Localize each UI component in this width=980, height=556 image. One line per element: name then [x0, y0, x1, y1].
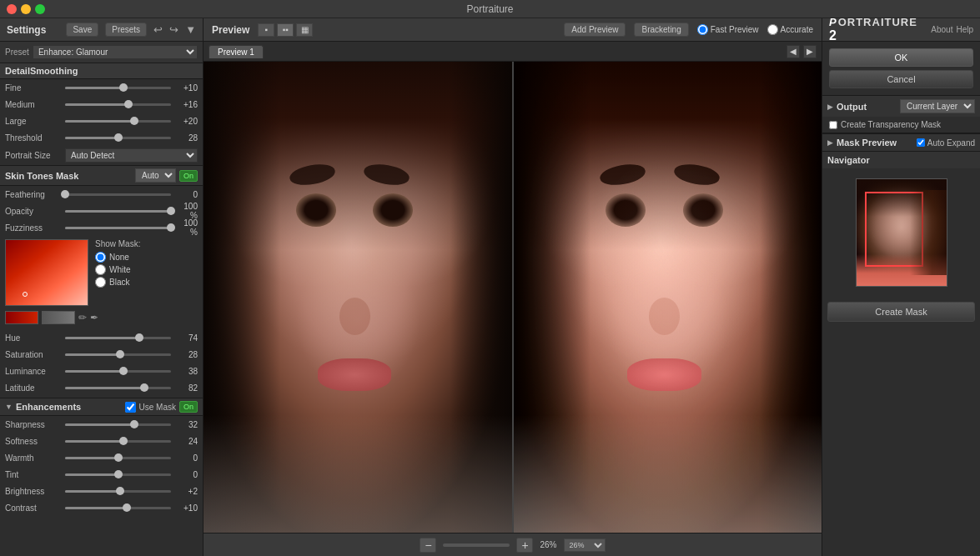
window-title: Portraiture	[466, 3, 513, 15]
mask-preview-arrow[interactable]: ▶	[827, 138, 833, 147]
help-button[interactable]: Help	[956, 25, 973, 34]
close-dot[interactable]	[7, 4, 17, 14]
zoom-in-button[interactable]: +	[516, 538, 533, 553]
warmth-thumb[interactable]	[114, 453, 123, 462]
medium-track	[65, 103, 171, 106]
ok-button[interactable]: OK	[829, 48, 973, 67]
preset-select[interactable]: Enhance: Glamour	[33, 45, 198, 59]
radio-none[interactable]: None	[95, 252, 140, 263]
enhancements-arrow[interactable]: ▼	[5, 403, 13, 411]
create-mask-button[interactable]: Create Mask	[827, 302, 975, 322]
presets-button[interactable]: Presets	[105, 23, 147, 37]
mask-preview-label: Mask Preview	[837, 138, 913, 148]
fuzziness-thumb[interactable]	[167, 223, 175, 232]
saturation-fill	[65, 353, 120, 356]
radio-none-input[interactable]	[95, 252, 106, 263]
eyedropper2-btn[interactable]: ✒	[90, 312, 98, 323]
softness-fill	[65, 440, 123, 443]
feathering-thumb[interactable]	[61, 190, 69, 198]
softness-thumb[interactable]	[119, 437, 128, 445]
latitude-thumb[interactable]	[140, 383, 148, 392]
zoom-out-button[interactable]: −	[420, 538, 436, 553]
fuzziness-label: Fuzziness	[5, 223, 62, 233]
brand-name: PORTRAITURE 2	[829, 18, 924, 43]
fast-preview-radio[interactable]: Fast Preview	[697, 24, 759, 35]
menu-button[interactable]: ▼	[185, 23, 196, 36]
compare-view-btn[interactable]: ▦	[296, 23, 313, 37]
fast-preview-input[interactable]	[697, 24, 708, 35]
fine-thumb[interactable]	[119, 83, 128, 92]
output-mode-select[interactable]: Current Layer New Layer	[900, 99, 975, 113]
slider-row-tint: Tint 0	[0, 466, 203, 483]
threshold-thumb[interactable]	[114, 133, 123, 142]
accurate-input[interactable]	[767, 24, 778, 35]
tab-next-btn[interactable]: ▶	[803, 45, 817, 58]
split-view-btn[interactable]: ▪▪	[277, 23, 294, 37]
latitude-fill	[65, 387, 144, 389]
portrait-size-row: Portrait Size Auto Detect	[0, 146, 203, 165]
slider-row-feathering: Feathering 0	[0, 186, 203, 203]
contrast-thumb[interactable]	[123, 503, 131, 512]
opacity-value: 100 %	[174, 202, 198, 220]
swatch-main[interactable]	[5, 311, 38, 324]
radio-white-input[interactable]	[95, 264, 106, 275]
skin-tones-mode[interactable]: Auto	[135, 168, 176, 183]
opacity-label: Opacity	[5, 207, 62, 216]
bracketing-button[interactable]: Bracketing	[634, 23, 688, 37]
zoom-slider[interactable]	[443, 543, 510, 547]
create-transparency-mask-checkbox[interactable]	[829, 121, 837, 129]
swatch-secondary[interactable]	[42, 311, 75, 324]
output-label: Output	[837, 102, 897, 112]
color-swatch-box[interactable]	[5, 239, 88, 306]
hsl-section: Hue 74 Saturation 28 Luminan	[0, 328, 203, 398]
bottom-toolbar: − + 26% 26% 50% 100%	[204, 533, 822, 556]
add-preview-button[interactable]: Add Preview	[564, 23, 626, 37]
sharpness-value: 32	[174, 420, 198, 429]
radio-white[interactable]: White	[95, 264, 140, 275]
maximize-dot[interactable]	[35, 4, 45, 14]
softness-label: Softness	[5, 437, 62, 446]
saturation-thumb[interactable]	[116, 350, 124, 358]
about-button[interactable]: About	[931, 25, 952, 34]
auto-expand-checkbox[interactable]	[917, 138, 925, 147]
medium-thumb[interactable]	[124, 100, 133, 108]
contrast-track	[65, 507, 171, 509]
save-button[interactable]: Save	[66, 23, 98, 37]
tint-value: 0	[174, 470, 198, 479]
single-view-btn[interactable]: ▪	[258, 23, 274, 37]
opacity-thumb[interactable]	[167, 207, 175, 215]
output-arrow[interactable]: ▶	[827, 103, 833, 111]
radio-black-input[interactable]	[95, 277, 106, 288]
sharpness-thumb[interactable]	[130, 420, 138, 428]
preview-tab-1[interactable]: Preview 1	[209, 45, 264, 58]
color-picker-area: Show Mask: None White Black	[0, 236, 203, 309]
undo-button[interactable]: ↩	[153, 23, 163, 36]
contrast-label: Contrast	[5, 503, 62, 513]
tab-prev-btn[interactable]: ◀	[787, 45, 800, 58]
portrait-size-select[interactable]: Auto Detect	[65, 148, 198, 163]
saturation-track	[65, 353, 171, 356]
large-thumb[interactable]	[130, 117, 138, 125]
zoom-display: 26%	[540, 540, 556, 549]
luminance-thumb[interactable]	[119, 367, 128, 375]
center-panel: Preview ▪ ▪▪ ▦ Add Preview Bracketing Fa…	[204, 18, 822, 556]
brightness-thumb[interactable]	[116, 487, 124, 495]
accurate-label: Accurate	[781, 25, 813, 34]
zoom-dropdown[interactable]: 26% 50% 100%	[564, 538, 606, 552]
cancel-button[interactable]: Cancel	[829, 70, 973, 88]
threshold-value: 28	[174, 133, 198, 143]
use-mask-checkbox[interactable]	[125, 402, 136, 413]
tint-thumb[interactable]	[114, 470, 123, 478]
traffic-lights	[7, 4, 45, 14]
view-buttons: ▪ ▪▪ ▦	[258, 23, 313, 37]
sharpness-fill	[65, 423, 134, 426]
accurate-radio[interactable]: Accurate	[767, 24, 813, 35]
hue-thumb[interactable]	[135, 333, 143, 342]
preview-title: Preview	[212, 24, 249, 36]
feathering-track	[65, 193, 171, 196]
softness-value: 24	[174, 437, 198, 446]
radio-black[interactable]: Black	[95, 277, 140, 288]
minimize-dot[interactable]	[21, 4, 31, 14]
eyedropper-btn[interactable]: ✏	[78, 312, 87, 323]
redo-button[interactable]: ↪	[169, 23, 178, 36]
